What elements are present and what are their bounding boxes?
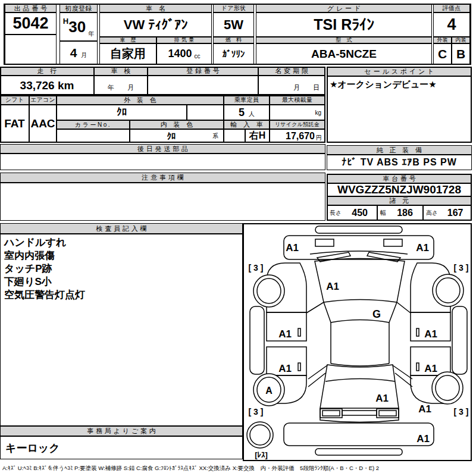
inspector-note-line: 室内内張傷 [4, 249, 85, 262]
auction-sheet: 出品番号 5042 初度登録 H 30 年 4 月 車 名 VW ﾃｨｸﾞｱﾝ … [0, 0, 476, 476]
ext-color-header: 外 装 色 [57, 95, 224, 105]
exterior-grade: C [433, 43, 452, 64]
length-cell: 長さ 450 [327, 205, 377, 221]
mileage-header: 走 行 [0, 67, 94, 76]
spare-tire-shape [247, 422, 273, 448]
width-label: 幅 [378, 209, 387, 217]
import-empty-cell [224, 129, 245, 143]
car-damage-diagram: A1 A1 A1 G A1 A1 A1 A1 A A1 A1 A1 [ 3 ] … [243, 223, 472, 461]
tire-depth-front-right: [ 3 ] [454, 263, 469, 273]
aircon-header: エアコン [29, 95, 57, 105]
tire-depth-rear-right: [ 3 ] [454, 407, 469, 416]
int-color-header: 内 装 色 [130, 120, 224, 129]
max-load-header: 最大積載量 [270, 95, 325, 105]
damage-mark-rear-glass: A1 [375, 393, 389, 404]
recycle-unit: 円 [316, 134, 322, 142]
aircon-value: AAC [29, 105, 57, 143]
height-cell: 高さ 167 [423, 205, 472, 221]
int-color-suffix: 系 [212, 132, 223, 140]
month-unit: 月 [81, 51, 87, 60]
model-code-value: ABA-5NCZE [256, 43, 432, 64]
roof-shape [331, 364, 389, 366]
legend-text: A:ｷｽﾞ U:ﾍｺﾐ B:ｷｽﾞを伴うﾍｺﾐ P:要塗装 W:補修跡 S:錆 … [2, 465, 474, 474]
auction-no-header: 出品番号 [5, 4, 57, 12]
side-sill-left-shape [250, 306, 264, 374]
displacement-number: 1400 [168, 48, 192, 60]
side-sill-right-shape [452, 306, 467, 374]
history-header: 車 歴 [99, 37, 156, 43]
vin-value: WVGZZZ5NZJW901728 [327, 183, 472, 196]
damage-mark-rear-wheel-left: A [265, 386, 273, 396]
score-value: 4 [433, 12, 470, 37]
year-unit: 年 [88, 30, 94, 38]
office-value: キーロック [0, 436, 243, 459]
sales-point-header: セールスポイント [327, 67, 472, 76]
fuel-value: ｶﾞｿﾘﾝ [213, 43, 254, 64]
damage-mark-rear-quarter-right: A1 [418, 403, 431, 415]
import-value: 右H [245, 129, 270, 143]
color-no-value [57, 129, 130, 143]
front-wheel-right-shape [433, 274, 464, 306]
car-name-header: 車 名 [99, 4, 212, 12]
model-code-header: 型 式 [256, 37, 432, 43]
inspector-note-line: タッチP跡 [4, 262, 85, 275]
rear-bumper-shape [284, 423, 434, 446]
import-header: 輸 入 車 [224, 120, 270, 129]
tire-depth-front-left: [ 3 ] [249, 263, 264, 273]
reg-year: 30 [68, 18, 86, 36]
displacement-unit: cc [195, 53, 201, 60]
spare-tire-label: [ﾚｽ] [255, 450, 268, 459]
damage-mark-front-door-right: A1 [424, 328, 437, 340]
equipment-value: ﾅﾋﾞ TV ABS ｴｱB PS PW [327, 155, 472, 170]
tire-depth-rear-left: [ 3 ] [249, 407, 264, 416]
interior-header: 内装 [452, 37, 470, 43]
length-label: 長さ [327, 209, 343, 217]
sales-point-value: ★オークションデビュー★ [327, 76, 472, 143]
car-name-value: VW ﾃｨｸﾞｱﾝ [99, 12, 212, 37]
later-parts-header: 後日発送部品 [0, 144, 325, 154]
era-letter: H [63, 17, 68, 26]
width-value: 186 [387, 208, 422, 218]
width-cell: 幅 186 [377, 205, 423, 221]
doors-value: 5W [213, 12, 254, 37]
shaken-header: 車 検 [94, 67, 148, 76]
first-reg-header: 初度登録 [60, 4, 98, 12]
interior-grade: B [452, 43, 470, 64]
damage-mark-windshield: A1 [326, 281, 339, 292]
max-load-value: kg [270, 105, 325, 120]
grade-value: TSI Rﾗｲﾝ [256, 12, 432, 37]
first-reg-year: H 30 年 [60, 12, 98, 41]
grade-header: グレード [256, 4, 432, 12]
history-value: 自家用 [99, 43, 156, 64]
first-reg-month: 4 月 [60, 41, 98, 64]
int-color-value: ｸﾛ 系 [130, 129, 224, 143]
caution-header: 注意事項欄 [0, 173, 325, 183]
hood-shape [284, 236, 434, 259]
headlight-left-shape [315, 239, 334, 246]
shift-header: シフト [0, 95, 29, 105]
capacity-value: 5 人 [224, 105, 270, 120]
exterior-header: 外装 [433, 37, 452, 43]
later-parts-value [0, 154, 325, 170]
damage-mark-rear-door-left: A1 [278, 363, 292, 374]
height-label: 高さ [424, 209, 439, 217]
rear-wheel-right-shape [432, 372, 463, 404]
shaken-value: 年 月 [94, 76, 148, 95]
shift-value: FAT [0, 105, 29, 143]
score-header: 評価点 [433, 4, 470, 12]
cowl-arc [310, 251, 408, 254]
doors-header: ドア形状 [213, 4, 254, 12]
reg-month: 4 [70, 46, 77, 60]
auction-no-value: 5042 [5, 12, 57, 35]
ext-color-empty-cell [187, 105, 224, 120]
reg-no-value [148, 76, 258, 95]
fuel-header: 燃 料 [213, 37, 254, 43]
front-wheel-left-shape [253, 275, 284, 307]
damage-mark-hood-right: A1 [416, 242, 429, 253]
inspector-header: 検査員記入欄 [0, 223, 243, 234]
dimensions-header: 諸 元 [327, 196, 472, 205]
capacity-unit: 人 [249, 110, 255, 118]
recycle-value: 17,670 円 [270, 129, 325, 143]
damage-mark-front-glass: G [372, 308, 381, 320]
inspector-note-line: 空気圧警告灯点灯 [4, 289, 85, 302]
